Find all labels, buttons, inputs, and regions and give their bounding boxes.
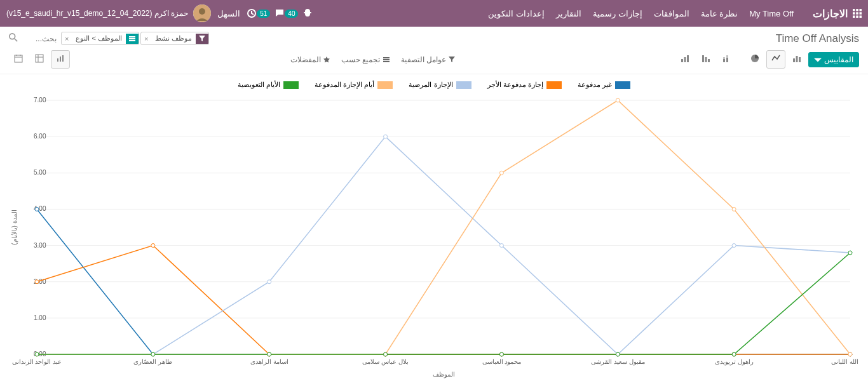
legend-label: أيام الإجازة المدفوعة: [315, 81, 374, 89]
svg-point-109: [848, 251, 852, 255]
groupby-dropdown[interactable]: تجميع حسب: [341, 55, 389, 64]
legend-swatch: [377, 81, 393, 89]
list-icon: [126, 34, 139, 44]
svg-text:بلال عباس سلامى: بلال عباس سلامى: [362, 358, 409, 366]
legend-item[interactable]: غير مدفوعة: [578, 81, 630, 89]
svg-line-16: [15, 39, 17, 41]
svg-rect-0: [853, 9, 855, 11]
apps-icon[interactable]: [853, 9, 862, 18]
svg-rect-4: [856, 12, 858, 15]
svg-text:المدة (بالأيام): المدة (بالأيام): [11, 210, 18, 244]
group-facet: الموظف > النوع ×: [61, 32, 139, 45]
messaging-icon[interactable]: 40: [275, 8, 296, 18]
menu-config[interactable]: إعدادات التكوين: [488, 9, 545, 18]
legend-swatch: [456, 81, 471, 89]
svg-rect-31: [383, 57, 390, 58]
svg-rect-18: [796, 56, 798, 62]
legend-item[interactable]: الإجازة المرضية: [409, 81, 471, 89]
chart-legend: غير مدفوعةإجازة مدفوعة الأجرالإجازة المر…: [10, 81, 858, 89]
user-name: حمزة اكرم (v15_e_saudi_hr_v15_demo_12_04…: [6, 9, 188, 18]
svg-rect-23: [726, 58, 728, 62]
activity-badge: 51: [257, 10, 270, 18]
svg-text:3.00: 3.00: [34, 242, 46, 249]
measures-button[interactable]: المقاييس: [808, 52, 859, 67]
stacked-button[interactable]: [717, 50, 736, 69]
svg-rect-35: [60, 57, 61, 62]
svg-rect-27: [708, 59, 710, 62]
svg-rect-34: [57, 58, 58, 62]
sort-desc-button[interactable]: [696, 50, 715, 69]
svg-point-90: [499, 244, 503, 248]
menu-reports[interactable]: التقارير: [556, 9, 581, 18]
filter-facet: موظف نشط ×: [140, 32, 210, 45]
facet2-remove[interactable]: ×: [62, 35, 72, 43]
pie-chart-button[interactable]: [745, 50, 764, 69]
facet1-remove[interactable]: ×: [141, 35, 151, 43]
svg-point-100: [732, 207, 736, 211]
svg-rect-8: [860, 16, 862, 18]
svg-text:1.00: 1.00: [34, 314, 46, 321]
company-name[interactable]: السهل: [217, 9, 240, 18]
bar-chart-button[interactable]: [787, 50, 806, 69]
debug-icon[interactable]: [302, 8, 313, 18]
legend-item[interactable]: الأيام التعويضية: [238, 81, 299, 89]
favorites-dropdown[interactable]: المفضلات: [290, 55, 330, 64]
svg-rect-19: [799, 57, 801, 62]
svg-point-108: [732, 352, 736, 356]
legend-item[interactable]: أيام الإجازة المدفوعة: [315, 81, 393, 89]
svg-rect-21: [723, 59, 725, 62]
pivot-view-button[interactable]: [30, 50, 49, 69]
chat-badge: 40: [285, 10, 298, 18]
svg-rect-28: [681, 59, 683, 62]
search-options: عوامل التصفية تجميع حسب المفضلات: [290, 55, 455, 64]
funnel-icon: [196, 34, 208, 44]
calendar-view-button[interactable]: [9, 50, 28, 69]
control-panel: Time Off Analysis موظف نشط × الموظف > ال…: [0, 27, 868, 74]
top-navigation: الاجازات My Time Off نظرة عامة الموافقات…: [0, 0, 868, 27]
menu-overview[interactable]: نظرة عامة: [701, 9, 738, 18]
menu-public-holidays[interactable]: إجازات رسمية: [593, 9, 642, 18]
sort-asc-button[interactable]: [675, 50, 695, 69]
activity-icon[interactable]: 51: [247, 8, 268, 18]
svg-rect-6: [853, 16, 855, 18]
page-title: Time Off Analysis: [776, 32, 859, 45]
svg-point-107: [616, 352, 620, 356]
app-title: الاجازات: [813, 8, 862, 20]
menu-my-time-off[interactable]: My Time Off: [749, 9, 794, 18]
nav-menu: My Time Off نظرة عامة الموافقات إجازات ر…: [488, 9, 794, 18]
svg-text:اسامة الزاهدى: اسامة الزاهدى: [250, 358, 288, 366]
svg-point-88: [268, 280, 271, 284]
svg-rect-3: [853, 12, 855, 15]
avatar: [193, 4, 211, 22]
svg-point-104: [268, 352, 271, 356]
svg-rect-32: [383, 59, 390, 60]
svg-rect-36: [62, 55, 64, 62]
legend-swatch: [283, 81, 299, 89]
svg-text:5.00: 5.00: [34, 169, 46, 176]
filters-dropdown[interactable]: عوامل التصفية: [401, 55, 455, 64]
svg-rect-7: [856, 16, 858, 18]
search-input[interactable]: [20, 32, 58, 45]
legend-item[interactable]: إجازة مدفوعة الأجر: [487, 81, 562, 89]
svg-point-11: [199, 8, 205, 15]
svg-text:الموظف: الموظف: [433, 371, 455, 378]
svg-point-70: [35, 207, 39, 211]
svg-rect-14: [129, 40, 135, 41]
menu-approvals[interactable]: الموافقات: [654, 9, 689, 18]
user-menu[interactable]: حمزة اكرم (v15_e_saudi_hr_v15_demo_12_04…: [6, 4, 211, 22]
chart-container: غير مدفوعةإجازة مدفوعة الأجرالإجازة المر…: [0, 74, 868, 381]
svg-rect-1: [856, 9, 858, 11]
legend-label: غير مدفوعة: [578, 81, 612, 89]
svg-point-105: [384, 352, 388, 356]
svg-point-103: [151, 352, 155, 356]
search-icon[interactable]: [9, 33, 18, 44]
svg-point-79: [151, 244, 155, 248]
svg-rect-24: [726, 55, 728, 58]
line-chart-button[interactable]: [766, 50, 785, 69]
app-title-text: الاجازات: [813, 8, 848, 20]
search-area: موظف نشط × الموظف > النوع ×: [9, 32, 434, 45]
graph-view-button[interactable]: [51, 50, 70, 69]
svg-point-99: [616, 98, 620, 102]
svg-text:عبد الواحد الزنداني: عبد الواحد الزنداني: [12, 358, 62, 366]
svg-point-89: [384, 135, 388, 138]
